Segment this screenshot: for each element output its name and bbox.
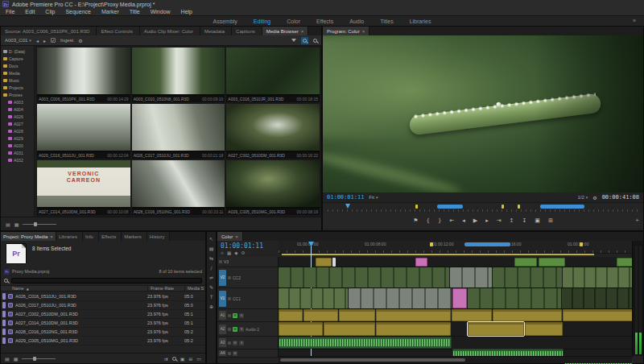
- sequence-marker[interactable]: [415, 205, 418, 209]
- tree-item[interactable]: A030: [1, 142, 34, 149]
- timeline-clip[interactable]: [279, 309, 303, 321]
- workspace-tab[interactable]: Effects: [316, 19, 333, 24]
- tree-item[interactable]: A003: [1, 98, 34, 105]
- tool-button[interactable]: ✎: [209, 284, 213, 290]
- playhead-marker[interactable]: [345, 204, 350, 209]
- table-row[interactable]: A027_C014_0510DM_001.R3D 23.976 fps 05:1: [1, 319, 205, 328]
- clip-thumbnail[interactable]: [37, 48, 130, 94]
- transport-button[interactable]: ↥: [510, 217, 514, 224]
- automate-to-sequence-icon[interactable]: ⇉: [164, 356, 168, 362]
- track-header-v3[interactable]: V3: [217, 257, 278, 267]
- panel-tab[interactable]: Effect Controls: [97, 27, 139, 35]
- clip-thumbnail[interactable]: [226, 160, 320, 207]
- lock-icon[interactable]: [228, 276, 231, 279]
- timeline-clip[interactable]: [316, 258, 332, 267]
- table-row[interactable]: A028_C016_0510NG_001.R3D 23.976 fps 05:2: [1, 328, 205, 337]
- timeline-tracks-area[interactable]: [279, 257, 634, 358]
- timeline-toggle-icon[interactable]: ◆: [234, 250, 237, 255]
- playback-resolution-dropdown[interactable]: 1/2 ▾: [577, 195, 588, 200]
- mute-button[interactable]: M: [233, 341, 237, 345]
- zoom-out-icon[interactable]: [301, 37, 308, 44]
- source-patch[interactable]: V2: [219, 270, 226, 286]
- media-clip-cell[interactable]: A003_C016_0510JR_001.R3D 00:00:18:15: [226, 48, 320, 102]
- clip-thumbnail[interactable]: [226, 104, 320, 151]
- tree-item[interactable]: A027: [1, 120, 34, 127]
- tree-item[interactable]: A004: [1, 105, 34, 113]
- lock-icon[interactable]: [228, 297, 231, 300]
- menu-item[interactable]: File: [5, 9, 15, 14]
- directory-dropdown[interactable]: A003_C01 ▾: [5, 38, 31, 43]
- zoom-slider[interactable]: [22, 358, 56, 359]
- clip-thumbnail[interactable]: [132, 48, 225, 94]
- tree-item[interactable]: Projects: [1, 84, 34, 91]
- tool-button[interactable]: ⇆: [209, 255, 213, 261]
- media-clip-cell[interactable]: A027_C002_0510DM_001.R3D 00:00:16:22: [226, 104, 320, 159]
- menu-item[interactable]: Window: [150, 9, 171, 14]
- timeline-clip[interactable]: [450, 267, 492, 287]
- sequence-marker[interactable]: [502, 205, 504, 209]
- tool-button[interactable]: ⇌: [209, 275, 213, 280]
- program-scrubber[interactable]: [323, 202, 643, 213]
- list-view-icon[interactable]: ▤: [6, 221, 10, 227]
- timeline-clip[interactable]: [279, 288, 348, 308]
- timeline-clip[interactable]: [339, 309, 375, 321]
- table-row[interactable]: A026_C017_0510JU_001.R3D 23.976 fps 05:0: [1, 301, 205, 310]
- new-item-icon[interactable]: ⊞: [188, 356, 192, 362]
- delete-icon[interactable]: ▭: [196, 356, 201, 362]
- panel-tab[interactable]: History: [147, 232, 171, 241]
- panel-tab[interactable]: Media Browser ×: [262, 27, 309, 35]
- label-color-chip[interactable]: [2, 320, 6, 326]
- label-color-chip[interactable]: [2, 311, 6, 317]
- list-view-icon[interactable]: ▤: [5, 356, 10, 362]
- source-patch[interactable]: A2: [219, 325, 226, 334]
- table-row[interactable]: A029_C005_0510MG_001.R3D 23.976 fps 05:2: [1, 337, 205, 345]
- transport-button[interactable]: ⇤: [449, 217, 454, 224]
- program-tab[interactable]: Program: Color ×: [323, 27, 369, 35]
- timeline-clip[interactable]: [452, 309, 492, 321]
- timeline-clip[interactable]: [525, 322, 563, 336]
- menu-item[interactable]: Help: [180, 9, 193, 14]
- tree-item[interactable]: Media: [1, 69, 34, 77]
- menu-item[interactable]: Sequence: [64, 9, 92, 14]
- close-icon[interactable]: ×: [301, 29, 304, 34]
- tree-item[interactable]: A029: [1, 134, 34, 142]
- transport-button[interactable]: ▸: [485, 217, 489, 224]
- time-ruler[interactable]: 01:00:04:0001:00:08:0001:00:12:0001:00:1…: [279, 241, 634, 254]
- tree-item[interactable]: Proxies: [1, 91, 34, 98]
- lock-icon[interactable]: [228, 352, 231, 355]
- button-editor-icon[interactable]: +: [635, 213, 639, 229]
- zoom-in-icon[interactable]: [313, 39, 317, 43]
- label-color-chip[interactable]: [2, 302, 6, 308]
- sequence-marker[interactable]: [540, 205, 584, 209]
- new-bin-icon[interactable]: ▣: [180, 356, 185, 362]
- track-header-a2[interactable]: A2 M S Audio 2: [217, 322, 278, 337]
- ingest-checkbox[interactable]: ✓: [51, 38, 56, 43]
- transport-button[interactable]: {: [426, 217, 429, 224]
- mute-button[interactable]: M: [233, 313, 237, 318]
- timeline-clip[interactable]: [493, 267, 562, 287]
- track-header-a3[interactable]: A3 M S: [217, 337, 278, 350]
- transport-button[interactable]: ⊞: [548, 217, 553, 224]
- media-clip-cell[interactable]: A003_C010_0510N8_001.R3D 00:00:09:10: [132, 48, 225, 102]
- timeline-clip[interactable]: [452, 288, 467, 308]
- lock-icon[interactable]: [228, 314, 231, 317]
- clip-thumbnail[interactable]: [132, 160, 225, 207]
- menu-item[interactable]: Marker: [101, 9, 120, 14]
- media-clip-cell[interactable]: VERONICCARREON A027_C014_0510DM_001.R3D …: [37, 160, 130, 215]
- back-icon[interactable]: ◂: [36, 38, 39, 43]
- workspace-tab[interactable]: Libraries: [410, 19, 431, 24]
- tree-item[interactable]: Capture: [1, 55, 34, 62]
- solo-button[interactable]: S: [239, 341, 244, 345]
- timeline-clip[interactable]: [562, 288, 633, 308]
- timeline-clip[interactable]: [279, 322, 323, 336]
- transport-button[interactable]: ▣: [535, 217, 540, 224]
- timeline-clip[interactable]: [617, 258, 633, 267]
- tool-button[interactable]: T: [210, 294, 213, 300]
- sequence-tab[interactable]: Color ×: [217, 232, 243, 241]
- timeline-clip[interactable]: [324, 322, 375, 336]
- timeline-clip[interactable]: [563, 267, 633, 287]
- tree-item[interactable]: A031: [1, 149, 34, 156]
- transport-button[interactable]: }: [438, 217, 441, 224]
- timeline-toggle-icon[interactable]: ⚙: [241, 250, 245, 255]
- timeline-clip[interactable]: [493, 309, 562, 321]
